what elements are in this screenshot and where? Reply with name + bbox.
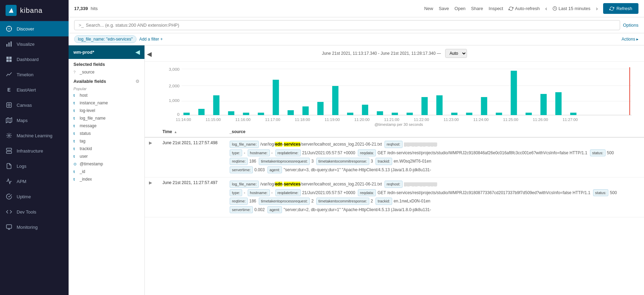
actions-link[interactable]: Actions ▸: [621, 37, 638, 42]
bar-8: [302, 106, 309, 115]
collapse-panel-button[interactable]: ◀: [135, 49, 140, 55]
field-name-id: _id: [80, 169, 85, 174]
field-item-instance-name[interactable]: t instance_name: [69, 99, 144, 107]
gear-icon[interactable]: ⚙: [135, 79, 140, 84]
svg-line-22: [10, 137, 11, 138]
devtools-icon: [6, 208, 12, 215]
active-filter-tag[interactable]: log_file_name: "edn-services": [74, 35, 136, 43]
expand-cell-0: ▶: [145, 137, 158, 177]
expand-cell-1: ▶: [145, 177, 158, 217]
sidebar-item-ml[interactable]: Machine Learning: [0, 128, 69, 143]
hits-count: 17,339: [74, 6, 88, 11]
interval-select[interactable]: Auto: [445, 49, 467, 58]
field-badge-servertime-1: servertime:: [230, 206, 253, 214]
sidebar-item-devtools[interactable]: Dev Tools: [0, 204, 69, 219]
time-column-header[interactable]: Time ▴: [158, 127, 225, 137]
field-item-trackid[interactable]: t trackid: [69, 145, 144, 153]
sidebar-item-infrastructure[interactable]: Infrastructure: [0, 143, 69, 158]
svg-point-18: [8, 135, 10, 137]
refresh-button[interactable]: Refresh: [603, 3, 638, 14]
y-tick-1000: 1,000: [169, 98, 180, 103]
doc-icon: [6, 163, 12, 170]
bar-12: [362, 105, 368, 115]
bar-24: [540, 94, 547, 115]
available-fields-header: Available fields ⚙: [69, 76, 144, 85]
bar-3: [228, 111, 234, 115]
field-item-timestamp[interactable]: ⊙ @timestamp: [69, 160, 144, 168]
bar-21: [496, 113, 502, 115]
results-table: Time ▴ _source ▶ June 21st 2021, 11:27:5…: [145, 127, 644, 217]
bar-13: [377, 111, 383, 115]
expand-column-header: [145, 127, 158, 137]
field-item-user[interactable]: t user: [69, 153, 144, 160]
sidebar-item-discover[interactable]: Discover: [0, 21, 69, 36]
apm-icon: [6, 178, 12, 185]
bar-18: [451, 113, 457, 115]
sidebar-item-logs[interactable]: Logs: [0, 158, 69, 174]
bar-16: [422, 97, 428, 115]
autorefresh-button[interactable]: Auto-refresh: [509, 6, 540, 11]
field-badge-reqtime-1: reqtime:: [230, 198, 248, 205]
field-badge-trackid-0: trackid:: [376, 158, 392, 165]
expand-row-0-button[interactable]: ▶: [149, 140, 152, 145]
field-item-message[interactable]: t message: [69, 122, 144, 130]
sidebar-item-visualize[interactable]: Visualize: [0, 36, 69, 52]
sidebar-item-timelion[interactable]: Timelion: [0, 67, 69, 82]
bar-0: [184, 113, 190, 115]
sidebar-item-uptime[interactable]: Uptime: [0, 189, 69, 204]
next-time-button[interactable]: ›: [596, 6, 598, 12]
field-item-index[interactable]: t _index: [69, 175, 144, 183]
kibana-logo-text: kibana: [20, 7, 43, 15]
field-badge-timetakencommit-1: timetakentocommitresponse:: [316, 198, 369, 205]
search-input[interactable]: [86, 23, 616, 28]
bar-26: [570, 113, 576, 115]
svg-line-25: [7, 137, 8, 138]
x-tick-1123: 11:23:00: [443, 118, 459, 122]
time-value-1: June 21st 2021, 11:27:57.497: [162, 180, 218, 185]
sidebar-monitoring-label: Monitoring: [17, 225, 38, 230]
field-item-status[interactable]: t status: [69, 130, 144, 137]
x-tick-1125: 11:25:00: [503, 118, 518, 122]
field-item-log-file-name[interactable]: t log_file_name: [69, 114, 144, 122]
field-item-id[interactable]: t _id: [69, 168, 144, 175]
field-item-source[interactable]: ? _source: [69, 68, 144, 76]
field-item-host[interactable]: t host: [69, 92, 144, 99]
field-name-message: message: [80, 123, 97, 128]
time-nav: ‹: [545, 6, 547, 12]
source-line-1-1: type: - hostname: - reqdatetime: 21/Jun/…: [229, 189, 640, 197]
open-button[interactable]: Open: [455, 6, 466, 11]
field-item-tag[interactable]: t tag: [69, 137, 144, 145]
field-badge-reqhost-0: reqhost:: [385, 141, 403, 148]
sidebar-item-monitoring[interactable]: Monitoring: [0, 219, 69, 235]
field-name-timestamp: @timestamp: [80, 162, 103, 166]
fields-list: Popular t host t instance_name t log-lev…: [69, 85, 144, 295]
sidebar-item-canvas[interactable]: Canvas: [0, 97, 69, 113]
save-button[interactable]: Save: [439, 6, 449, 11]
canvas-icon: [6, 102, 12, 109]
elastalert-icon: E: [6, 86, 12, 93]
highlight-edn-0: edn: [275, 142, 282, 147]
table-row: ▶ June 21st 2021, 11:27:57.498 log_file_…: [145, 137, 644, 177]
chart-collapse-button[interactable]: ◀: [145, 49, 154, 59]
bar-23: [526, 113, 532, 115]
highlight-edn-1: edn: [275, 182, 282, 186]
inspect-button[interactable]: Inspect: [489, 6, 503, 11]
expand-row-1-button[interactable]: ▶: [149, 180, 152, 185]
sidebar-item-dashboard[interactable]: Dashboard: [0, 52, 69, 67]
share-button[interactable]: Share: [471, 6, 483, 11]
sidebar-item-elastalert[interactable]: E ElastAlert: [0, 82, 69, 97]
options-button[interactable]: Options: [623, 23, 638, 28]
source-line-1-3: servertime: 0.002 agent: "server;dur=2, …: [229, 206, 640, 214]
field-item-log-level[interactable]: t log-level: [69, 107, 144, 114]
prev-time-button[interactable]: ‹: [545, 6, 547, 12]
add-filter-button[interactable]: Add a filter +: [139, 37, 163, 42]
sidebar-item-apm[interactable]: APM: [0, 174, 69, 189]
clock-icon: [553, 6, 557, 11]
x-tick-1117: 11:17:00: [265, 118, 280, 122]
time-range-button[interactable]: Last 15 minutes: [553, 6, 590, 11]
new-button[interactable]: New: [424, 6, 433, 11]
highlight-services-0: services: [284, 142, 300, 147]
field-badge-logfilename-1: log_file_name:: [230, 181, 259, 188]
sidebar-item-maps[interactable]: Maps: [0, 113, 69, 128]
time-range-label: Last 15 minutes: [558, 6, 590, 11]
